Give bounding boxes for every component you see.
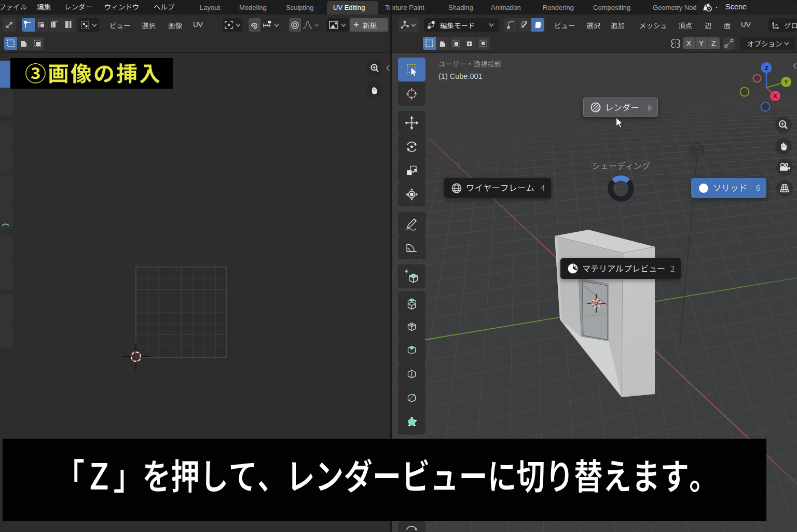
svg-text:Y: Y [784, 79, 788, 85]
svg-text:X: X [773, 93, 777, 99]
svg-text:Z: Z [765, 65, 768, 71]
